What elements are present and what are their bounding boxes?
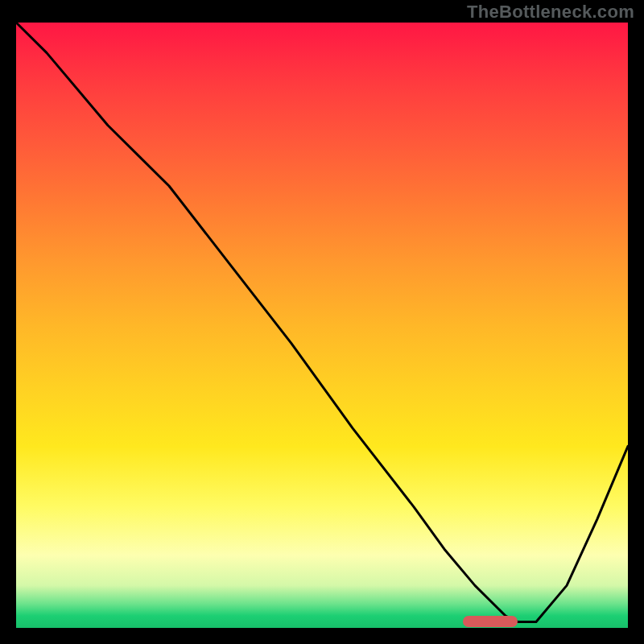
optimal-marker (463, 616, 518, 627)
plot-area (16, 23, 628, 628)
watermark-label: TheBottleneck.com (467, 2, 634, 23)
chart-container: TheBottleneck.com (0, 0, 644, 644)
bottleneck-curve (16, 23, 628, 628)
